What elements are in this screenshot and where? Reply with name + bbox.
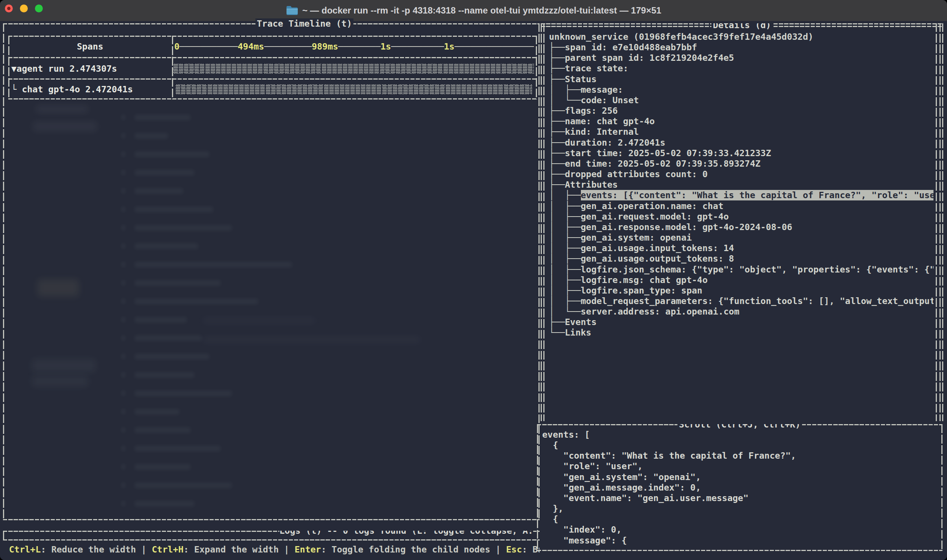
details-tree-line[interactable]: │ ├──gen_ai.response.model: gpt-4o-2024-… xyxy=(549,222,933,232)
details-tree-line[interactable]: ├──Events xyxy=(549,317,933,327)
close-dot-icon xyxy=(7,7,11,10)
tree-branch-glyph: │ ├── xyxy=(549,243,581,253)
details-tree-line[interactable]: unknown_service (01968fefb4acec3f9fef17e… xyxy=(549,32,933,42)
tree-branch-glyph: ├── xyxy=(549,126,565,137)
json-line: "role": "user", xyxy=(542,461,937,471)
attribute-value: start time: 2025-05-02 07:39:33.421233Z xyxy=(565,148,771,158)
details-tree-line[interactable]: ├──start time: 2025-05-02 07:39:33.42123… xyxy=(549,148,933,158)
details-tree-line[interactable]: ├──duration: 2.472041s xyxy=(549,137,933,148)
tree-branch-glyph: ├── xyxy=(549,317,565,327)
attribute-value: gen_ai.usage.output_tokens: 8 xyxy=(581,253,734,264)
tree-branch-glyph: └── xyxy=(549,327,565,338)
details-tree-line[interactable]: ├──Status xyxy=(549,74,933,85)
shortcut-description: : Reduce the width | xyxy=(41,544,152,555)
attribute-value: gen_ai.usage.input_tokens: 14 xyxy=(581,243,734,253)
attribute-value: message: xyxy=(581,85,623,95)
attribute-value: kind: Internal xyxy=(565,126,639,137)
json-line: "content": "What is the capital of Franc… xyxy=(542,451,937,461)
details-tree-line[interactable]: │ └──server.address: api.openai.com xyxy=(549,306,933,317)
attribute-value: logfire.msg: chat gpt-4o xyxy=(581,275,708,285)
scroll-json-body: events: [ { "content": "What is the capi… xyxy=(540,429,939,549)
tree-branch-glyph: │ └── xyxy=(549,306,581,317)
minimize-button[interactable] xyxy=(20,5,28,12)
terminal-window: ~ — docker run --rm -it -p 4318:4318 --n… xyxy=(0,0,947,560)
tree-branch-glyph: ├── xyxy=(549,52,565,63)
details-tree-line[interactable]: │ ├──message: xyxy=(549,85,933,95)
details-tree-line[interactable]: ├──trace state: xyxy=(549,63,933,74)
details-tree-line[interactable]: ├──flags: 256 xyxy=(549,105,933,116)
json-line: events: [ xyxy=(542,429,937,440)
attribute-value: trace state: xyxy=(565,63,628,74)
status-bar: Ctrl+L: Reduce the width | Ctrl+H: Expan… xyxy=(9,544,540,555)
json-line: "gen_ai.message.index": 0, xyxy=(542,482,937,493)
details-tree-line[interactable]: ├──end time: 2025-05-02 07:39:35.893274Z xyxy=(549,158,933,169)
details-tree-line[interactable]: │ ├──logfire.msg: chat gpt-4o xyxy=(549,275,933,285)
close-button[interactable] xyxy=(5,5,13,12)
tree-branch-glyph: ├── xyxy=(549,179,565,190)
json-line: "event.name": "gen_ai.user.message" xyxy=(542,493,937,503)
details-tree-line[interactable]: │ ├──gen_ai.usage.output_tokens: 8 xyxy=(549,253,933,264)
details-tree-line[interactable]: ├──span id: e7e10d488eab7bbf xyxy=(549,42,933,52)
spans-column-header: Spans xyxy=(8,41,172,52)
details-tree-line[interactable]: │ ├──logfire.json_schema: {"type": "obje… xyxy=(549,264,933,275)
logs-panel-title: Logs (l) -- 0 logs found (L: toggle coll… xyxy=(279,531,533,536)
details-panel[interactable]: Details (d) unknown_service (01968fefb4a… xyxy=(541,23,943,421)
scale-line: ─────────── xyxy=(180,41,238,52)
span-row-label[interactable]: ▼agent run 2.474307s xyxy=(11,63,117,74)
scale-tick-label: 1s xyxy=(380,41,391,52)
details-tree-line[interactable]: ├──parent span id: 1c8f219204e2f4e5 xyxy=(549,52,933,63)
attribute-value: logfire.span_type: span xyxy=(581,285,702,296)
details-scrollbar[interactable] xyxy=(936,23,937,421)
timeline-scale: 0───────────494ms─────────989ms────────1… xyxy=(174,41,534,52)
details-tree-line[interactable]: │ ├──logfire.span_type: span xyxy=(549,285,933,296)
tree-branch-glyph: │ ├── xyxy=(549,190,581,200)
details-tree-line[interactable]: ├──kind: Internal xyxy=(549,126,933,137)
details-tree-line[interactable]: │ ├──model_request_parameters: {"functio… xyxy=(549,296,933,306)
tree-branch-glyph: ├── xyxy=(549,74,565,85)
shortcut-key: Esc xyxy=(506,544,522,555)
details-tree-line[interactable]: ├──Attributes xyxy=(549,179,933,190)
attribute-value: end time: 2025-05-02 07:39:35.893274Z xyxy=(565,158,761,169)
details-tree-line[interactable]: └──Links xyxy=(549,327,933,338)
details-tree-line[interactable]: │ ├──gen_ai.request.model: gpt-4o xyxy=(549,211,933,222)
shortcut-key: Ctrl+H xyxy=(152,544,183,555)
details-tree-line[interactable]: │ ├──gen_ai.usage.input_tokens: 14 xyxy=(549,243,933,253)
details-tree-line[interactable]: ├──dropped attributes count: 0 xyxy=(549,169,933,179)
tree-branch-glyph: │ ├── xyxy=(549,201,581,211)
attribute-value: parent span id: 1c8f219204e2f4e5 xyxy=(565,52,734,63)
details-tree-line[interactable]: │ ├──gen_ai.operation.name: chat xyxy=(549,201,933,211)
attribute-value: Status xyxy=(565,74,597,85)
zoom-button[interactable] xyxy=(35,5,43,12)
tree-branch-glyph: ├── xyxy=(549,169,565,179)
scroll-panel[interactable]: Scroll (Ctrl+J, Ctrl+K) events: [ { "con… xyxy=(537,424,942,551)
tree-branch-glyph: ├── xyxy=(549,158,565,169)
trace-timeline-title: Trace Timeline (t) xyxy=(255,18,353,29)
trace-timeline-panel[interactable]: Trace Timeline (t) Spans 0───────────494… xyxy=(3,23,540,520)
details-tree-line[interactable]: │ ├──events: [{"content": "What is the c… xyxy=(549,190,933,200)
attribute-value: duration: 2.472041s xyxy=(565,137,665,148)
shortcut-key: Ctrl+L xyxy=(9,544,41,555)
details-tree-line[interactable]: ├──name: chat gpt-4o xyxy=(549,116,933,126)
details-tree-line[interactable]: │ └──code: Unset xyxy=(549,95,933,105)
shortcut-description: : Toggle folding the child nodes | xyxy=(321,544,506,555)
details-tree-line[interactable]: │ ├──gen_ai.system: openai xyxy=(549,232,933,243)
window-titlebar: ~ — docker run --rm -it -p 4318:4318 --n… xyxy=(0,0,947,22)
scale-line: ──────── xyxy=(338,41,381,52)
shortcut-key: Enter xyxy=(294,544,321,555)
shortcut-description: : Expand the width | xyxy=(183,544,295,555)
tree-branch-glyph: │ └── xyxy=(549,95,581,105)
span-row-label[interactable]: └ chat gpt-4o 2.472041s xyxy=(11,84,133,95)
span-duration-bar[interactable] xyxy=(176,85,532,94)
attribute-value: gen_ai.response.model: gpt-4o-2024-08-06 xyxy=(581,222,792,232)
logs-panel[interactable]: Logs (l) -- 0 logs found (L: toggle coll… xyxy=(3,531,540,540)
attribute-value: name: chat gpt-4o xyxy=(565,116,654,126)
tree-branch-glyph: │ ├── xyxy=(549,253,581,264)
tree-branch-glyph: │ ├── xyxy=(549,264,581,275)
tree-branch-glyph: │ ├── xyxy=(549,275,581,285)
scale-line: ─────────────── xyxy=(454,41,534,52)
json-line: "gen_ai.system": "openai", xyxy=(542,472,937,482)
terminal-content: Trace Timeline (t) Spans 0───────────494… xyxy=(0,21,947,560)
span-duration-bar[interactable] xyxy=(174,64,534,74)
details-tree: unknown_service (01968fefb4acec3f9fef17e… xyxy=(546,32,935,421)
json-line: { xyxy=(542,514,937,525)
